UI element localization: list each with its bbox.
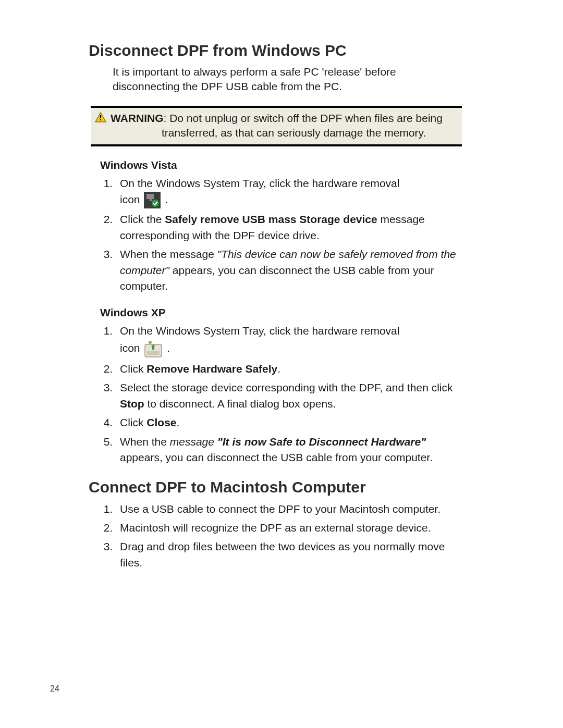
svg-rect-8 [147,351,160,355]
mac-step-1: Use a USB cable to connect the DPF to yo… [116,501,464,517]
hardware-removal-xp-icon [144,339,163,358]
page-number: 24 [50,684,59,694]
vista-step1-text-c: . [165,193,168,205]
xp-heading: Windows XP [100,306,464,319]
vista-step2-a: Click the [120,213,165,225]
svg-point-9 [149,341,152,344]
vista-step-2: Click the Safely remove USB mass Storage… [116,212,464,243]
vista-step-1: On the Windows System Tray, click the ha… [116,176,464,208]
warning-line1: WARNING: Do not unplug or switch off the… [111,111,458,126]
mac-step-3: Drag and drop files between the two devi… [116,539,464,571]
vista-step3-a: When the message [120,248,217,260]
xp-step5-b: message [170,436,217,448]
warning-line2: transferred, as that can seriously damag… [95,126,458,140]
warning-callout: WARNING: Do not unplug or switch off the… [91,106,462,147]
section1-title: Disconnect DPF from Windows PC [89,42,464,59]
svg-rect-5 [150,199,152,201]
section1-intro: It is important to always perform a safe… [113,65,464,94]
xp-step3-a: Select the storage device corresponding … [120,381,453,393]
vista-step1-text-b: icon [120,193,143,205]
xp-step2-c: . [277,363,280,375]
svg-rect-2 [100,119,101,120]
svg-point-6 [152,200,159,207]
document-page: Disconnect DPF from Windows PC It is imp… [0,0,563,728]
xp-step2-a: Click [120,363,146,375]
warning-icon [95,112,106,125]
xp-step5-a: When the [120,436,170,448]
xp-step5-d: appears, you can disconnect the USB cabl… [120,451,433,463]
xp-step4-b: Close [146,416,176,428]
vista-steps: On the Windows System Tray, click the ha… [100,176,464,294]
xp-step5-c: "It is now Safe to Disconnect Hardware" [217,436,426,448]
xp-step4-a: Click [120,416,146,428]
vista-step1-text-a: On the Windows System Tray, click the ha… [120,177,399,189]
warning-text-1: : Do not unplug or switch off the DPF wh… [164,112,443,124]
svg-rect-4 [146,194,154,199]
svg-rect-1 [100,115,101,118]
xp-step1-b: icon [120,341,143,353]
xp-step-1: On the Windows System Tray, click the ha… [116,323,464,357]
mac-step-2: Macintosh will recognize the DPF as an e… [116,520,464,536]
xp-step1-a: On the Windows System Tray, click the ha… [120,325,399,337]
xp-step3-c: to disconnect. A final dialog box opens. [144,398,336,410]
vista-heading: Windows Vista [100,159,464,171]
xp-step4-c: . [177,416,180,428]
warning-label: WARNING [111,112,164,124]
xp-step-2: Click Remove Hardware Safely. [116,361,464,377]
hardware-removal-vista-icon [144,192,161,208]
warning-row: WARNING: Do not unplug or switch off the… [95,111,458,126]
xp-step1-c: . [167,341,170,353]
xp-step-3: Select the storage device corresponding … [116,380,464,412]
xp-steps: On the Windows System Tray, click the ha… [100,323,464,465]
xp-step-4: Click Close. [116,415,464,430]
xp-step-5: When the message "It is now Safe to Disc… [116,434,464,466]
mac-steps: Use a USB cable to connect the DPF to yo… [100,501,464,571]
xp-step3-b: Stop [120,398,144,410]
xp-step2-b: Remove Hardware Safely [146,363,277,375]
section2-title: Connect DPF to Macintosh Computer [89,478,464,496]
vista-step2-b: Safely remove USB mass Storage device [165,213,377,225]
vista-step-3: When the message "This device can now be… [116,246,464,294]
